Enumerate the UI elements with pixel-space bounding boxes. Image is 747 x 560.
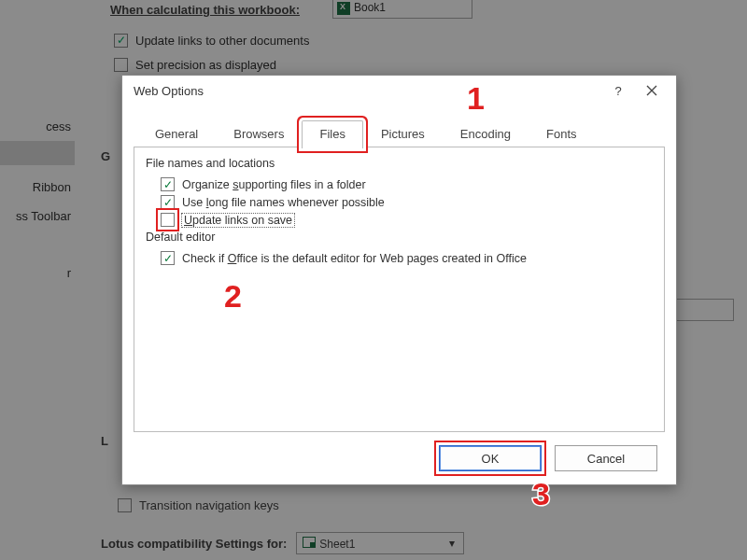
ok-button[interactable]: OK: [439, 445, 542, 471]
organize-row: Organize supporting files in a folder: [161, 177, 653, 191]
sidebar-item[interactable]: ss Toolbar: [0, 202, 75, 231]
close-button[interactable]: [635, 77, 669, 104]
update-links-checkbox[interactable]: [114, 34, 128, 48]
tab-files[interactable]: Files: [302, 120, 362, 148]
section-file-names: File names and locations: [146, 157, 653, 170]
sidebar-item[interactable]: r: [0, 259, 75, 287]
tab-general[interactable]: General: [137, 120, 216, 148]
annotation-1: 1: [467, 80, 485, 117]
default-editor-label: Check if Office is the default editor fo…: [182, 252, 527, 265]
transition-nav-row: Transition navigation keys: [118, 498, 279, 512]
files-tab-pane: File names and locations Organize suppor…: [134, 147, 665, 432]
dialog-title: Web Options: [134, 84, 601, 98]
cancel-button[interactable]: Cancel: [555, 445, 657, 471]
organize-label: Organize supporting files in a folder: [182, 178, 366, 191]
update-links-on-save-row: Update links on save: [161, 213, 653, 227]
transition-nav-checkbox[interactable]: [118, 498, 132, 512]
sidebar-item-selected[interactable]: [0, 141, 75, 165]
options-sidebar: cess Ribbon ss Toolbar r: [0, 112, 75, 392]
longnames-label: Use long file names whenever possible: [182, 196, 385, 209]
excel-file-icon: [337, 2, 350, 15]
background-button[interactable]: [669, 299, 734, 321]
group-heading-g: G: [101, 149, 110, 163]
workbook-dropdown[interactable]: Book1: [332, 0, 472, 19]
dialog-titlebar: Web Options ?: [122, 76, 676, 105]
group-heading-l: L: [101, 434, 108, 448]
workbook-calc-options: Update links to other documents Set prec…: [114, 28, 309, 77]
help-button[interactable]: ?: [601, 77, 635, 104]
annotation-2: 2: [224, 278, 242, 315]
update-links-on-save-label: Update links on save: [182, 214, 294, 227]
web-options-dialog: Web Options ? General Browsers Files Pic…: [121, 75, 677, 485]
update-links-on-save-checkbox[interactable]: [161, 213, 175, 227]
lotus-label: Lotus compatibility Settings for:: [101, 537, 287, 551]
update-links-label: Update links to other documents: [135, 34, 309, 48]
sidebar-item[interactable]: Ribbon: [0, 173, 75, 202]
default-editor-row: Check if Office is the default editor fo…: [161, 251, 653, 265]
tab-pictures[interactable]: Pictures: [363, 120, 443, 148]
section-default-editor: Default editor: [146, 231, 653, 244]
workbook-dropdown-value: Book1: [354, 1, 386, 14]
when-calculating-row: When calculating this workbook: Book1: [103, 0, 738, 26]
longnames-row: Use long file names whenever possible: [161, 195, 653, 209]
annotation-3: 3: [532, 476, 550, 512]
transition-nav-label: Transition navigation keys: [139, 498, 279, 512]
set-precision-checkbox[interactable]: [114, 58, 128, 72]
sidebar-item[interactable]: cess: [0, 112, 75, 141]
close-icon: [646, 85, 657, 96]
sheet-icon: [303, 537, 316, 548]
dialog-tabs: General Browsers Files Pictures Encoding…: [137, 120, 661, 148]
tab-encoding[interactable]: Encoding: [443, 120, 529, 148]
organize-checkbox[interactable]: [161, 177, 175, 191]
sheet-dropdown-value: Sheet1: [319, 538, 355, 551]
dialog-button-row: OK Cancel: [439, 445, 657, 471]
longnames-checkbox[interactable]: [161, 195, 175, 209]
chevron-down-icon: ▾: [446, 537, 458, 550]
lotus-row: Lotus compatibility Settings for: Sheet1…: [101, 532, 464, 554]
when-calculating-label: When calculating this workbook:: [110, 3, 300, 17]
tab-browsers[interactable]: Browsers: [216, 120, 302, 148]
set-precision-label: Set precision as displayed: [135, 58, 276, 72]
tab-fonts[interactable]: Fonts: [529, 120, 595, 148]
sheet-dropdown[interactable]: Sheet1 ▾: [296, 532, 464, 554]
default-editor-checkbox[interactable]: [161, 251, 175, 265]
